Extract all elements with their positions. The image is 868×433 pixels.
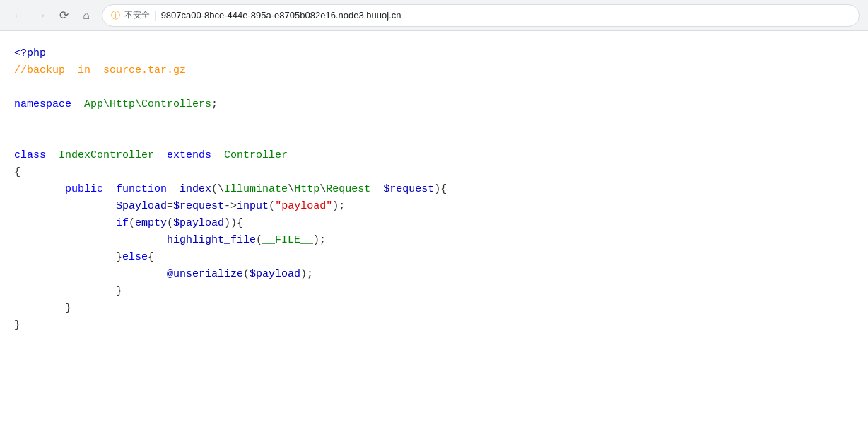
code-line-11: if(empty($payload)){: [14, 215, 854, 232]
code-line-3: [14, 79, 854, 96]
back-button[interactable]: ←: [8, 6, 28, 25]
code-line-5: [14, 113, 854, 130]
reload-button[interactable]: ⟳: [54, 6, 74, 25]
code-line-12: highlight_file(__FILE__);: [14, 232, 854, 249]
code-line-2: //backup in source.tar.gz: [14, 62, 854, 79]
divider: |: [154, 10, 157, 21]
code-line-7: class IndexController extends Controller: [14, 147, 854, 164]
security-icon: ⓘ: [111, 9, 120, 22]
code-line-16: }: [14, 300, 854, 317]
code-line-13: }else{: [14, 249, 854, 266]
security-label: 不安全: [124, 9, 150, 21]
nav-buttons: ← → ⟳ ⌂: [8, 6, 96, 25]
code-display: <?php //backup in source.tar.gz namespac…: [0, 31, 868, 433]
address-bar[interactable]: ⓘ 不安全 | 9807ca00-8bce-444e-895a-e8705b08…: [102, 4, 860, 27]
code-line-8: {: [14, 164, 854, 181]
code-line-15: }: [14, 283, 854, 300]
code-line-4: namespace App\Http\Controllers;: [14, 96, 854, 113]
code-line-1: <?php: [14, 45, 854, 62]
forward-button[interactable]: →: [31, 6, 51, 25]
url-display: 9807ca00-8bce-444e-895a-e8705b082e16.nod…: [161, 10, 401, 21]
code-line-17: }: [14, 317, 854, 334]
code-line-10: $payload=$request->input("payload");: [14, 198, 854, 215]
code-line-6: [14, 130, 854, 147]
home-button[interactable]: ⌂: [76, 6, 96, 25]
code-line-14: @unserialize($payload);: [14, 266, 854, 283]
code-line-9: public function index(\Illuminate\Http\R…: [14, 181, 854, 198]
browser-toolbar: ← → ⟳ ⌂ ⓘ 不安全 | 9807ca00-8bce-444e-895a-…: [0, 0, 868, 31]
